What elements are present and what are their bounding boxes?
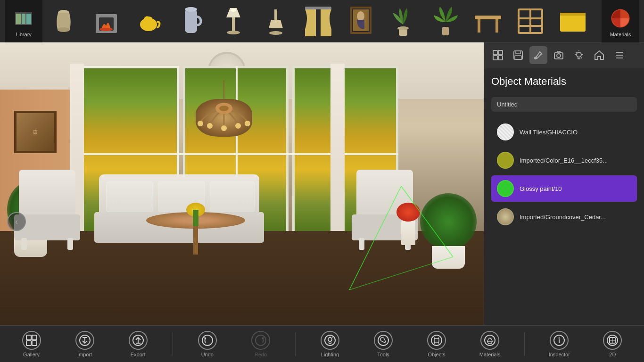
inspector-button[interactable]: Inspector [540,328,578,361]
materials-bottom-label: Materials [479,352,501,357]
svg-rect-30 [478,19,480,33]
top-toolbar: Library [0,0,644,42]
gallery-label: Gallery [23,352,40,357]
svg-line-47 [401,186,453,257]
panel-content: Object Materials Untitled Wall Tiles/GHI… [484,68,644,325]
top-obj-tile[interactable] [552,0,594,42]
tool-home-btn[interactable] [590,46,608,64]
tool-camera-btn[interactable] [550,46,568,64]
lighting-button[interactable]: Lighting [311,328,349,361]
svg-rect-52 [498,56,503,60]
svg-rect-72 [32,341,37,346]
svg-point-17 [231,9,236,12]
tool-list-btn[interactable] [611,46,628,64]
viewport[interactable]: 🖼 ‹ [0,42,484,325]
svg-rect-55 [515,56,521,59]
svg-rect-36 [560,15,586,32]
materials-bottom-button[interactable]: Materials [471,328,509,361]
svg-point-20 [269,31,282,35]
svg-line-91 [438,337,439,338]
top-obj-fireplace[interactable] [85,0,127,42]
gallery-button[interactable]: Gallery [13,328,50,361]
materials-label: Materials [610,32,631,37]
tools-label: Tools [377,352,389,357]
objects-button[interactable]: Objects [418,328,455,361]
svg-rect-12 [185,9,197,33]
svg-rect-2 [22,13,25,24]
svg-point-86 [431,335,442,346]
export-label: Export [131,352,146,357]
svg-rect-21 [305,7,331,9]
svg-point-95 [559,337,560,338]
2d-button[interactable]: 2D [594,328,631,361]
library-label: Library [16,32,32,37]
export-button[interactable]: Export [119,328,157,361]
svg-rect-15 [232,17,235,32]
materials-button[interactable]: Materials [602,0,639,42]
library-button[interactable]: Library [5,0,42,42]
nav-arrow[interactable]: ‹ [7,212,26,231]
svg-point-27 [397,26,409,30]
top-obj-lamp2[interactable] [255,0,297,42]
painting-left: 🖼 [14,111,57,153]
top-obj-plant1[interactable] [382,0,424,42]
tool-light-btn[interactable] [570,46,588,64]
svg-point-80 [256,335,266,346]
material-item-mat3[interactable]: Glossy paint/10 [491,175,637,202]
top-obj-vase[interactable] [42,0,85,42]
svg-line-64 [576,52,577,53]
material-name-mat3: Glossy paint/10 [520,185,562,192]
material-name-mat4: Imported/Groundcover_Cedar... [520,214,606,221]
svg-rect-29 [475,16,501,19]
top-obj-teapot[interactable] [127,0,170,42]
main-area: 🖼 ‹ [0,42,644,325]
materials-list: Wall Tiles/GHIACCIOImported/Color_E16__1… [491,119,637,230]
objects-label: Objects [428,352,445,357]
material-item-mat2[interactable]: Imported/Color_E16__1eccf35... [491,147,637,173]
svg-point-45 [219,106,229,111]
svg-rect-49 [493,50,497,55]
svg-rect-51 [493,56,497,60]
material-swatch-mat4 [497,208,514,225]
svg-point-6 [58,27,70,32]
import-button[interactable]: Import [66,328,104,361]
divider-2 [295,332,296,356]
top-obj-shelf[interactable] [509,0,552,42]
svg-line-90 [434,337,435,338]
bottom-bar: Gallery Import Export [0,325,644,362]
curtain-right-1 [330,64,345,243]
svg-point-56 [534,57,537,59]
svg-rect-35 [529,9,531,33]
svg-rect-1 [16,13,21,24]
panel-title: Object Materials [491,75,637,88]
selection-overlay [349,186,453,290]
svg-line-88 [434,342,435,344]
svg-rect-3 [26,13,31,24]
top-obj-curtain[interactable] [297,0,339,42]
top-obj-painting[interactable] [339,0,382,42]
material-name-mat2: Imported/Color_E16__1eccf35... [520,157,608,164]
top-obj-plant2[interactable] [424,0,467,42]
svg-point-58 [557,54,561,58]
material-item-mat1[interactable]: Wall Tiles/GHIACCIO [491,119,637,145]
svg-line-65 [581,58,582,58]
material-item-mat4[interactable]: Imported/Groundcover_Cedar... [491,204,637,230]
divider-1 [173,332,173,356]
tool-paint-btn[interactable] [529,46,547,64]
svg-rect-31 [495,19,498,33]
material-swatch-mat1 [497,123,514,140]
svg-point-16 [227,31,240,34]
undo-button[interactable]: Undo [189,328,226,361]
top-obj-table[interactable] [467,0,509,42]
material-swatch-mat3 [497,180,514,197]
2d-label: 2D [609,352,616,357]
top-obj-lamp[interactable] [212,0,255,42]
top-obj-jug[interactable] [170,0,212,42]
tools-button[interactable]: Tools [364,328,402,361]
svg-point-13 [185,7,197,12]
tool-layout-btn[interactable] [489,46,507,64]
svg-rect-70 [32,335,37,340]
redo-button[interactable]: Redo [242,328,280,361]
svg-point-39 [198,121,203,126]
tool-save-btn[interactable] [509,46,527,64]
